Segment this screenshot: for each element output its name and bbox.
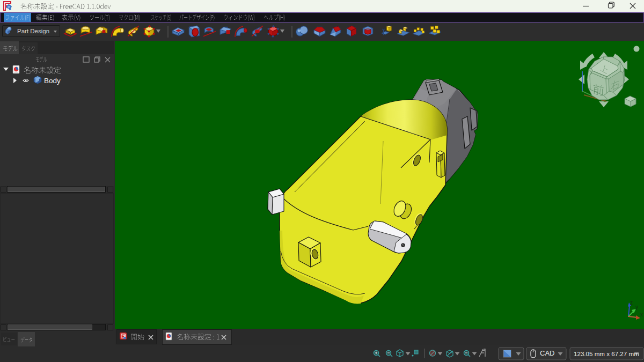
svg-text:y: y bbox=[635, 304, 638, 310]
svg-text:z: z bbox=[630, 300, 633, 306]
svg-text:x: x bbox=[640, 312, 643, 317]
